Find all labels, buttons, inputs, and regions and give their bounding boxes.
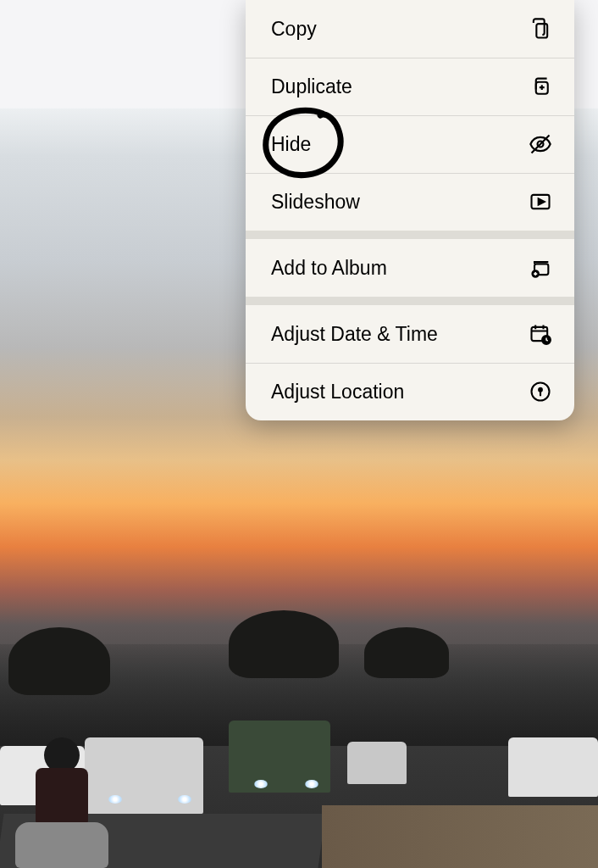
rider-body-graphic bbox=[36, 768, 88, 827]
copy-icon bbox=[529, 17, 552, 41]
vehicle-graphic bbox=[508, 737, 598, 797]
svg-point-13 bbox=[539, 388, 542, 392]
menu-separator bbox=[246, 297, 574, 305]
menu-item-adjust-date-time[interactable]: Adjust Date & Time bbox=[246, 305, 574, 363]
menu-separator bbox=[246, 231, 574, 239]
hide-icon bbox=[529, 132, 552, 156]
vehicle-graphic bbox=[347, 742, 407, 784]
svg-rect-0 bbox=[536, 24, 547, 37]
tree-graphic bbox=[8, 627, 110, 695]
headlight-graphic bbox=[108, 795, 122, 804]
context-menu: Copy Duplicate Hide Sli bbox=[246, 0, 574, 420]
menu-item-label: Copy bbox=[271, 18, 317, 41]
dirt-graphic bbox=[322, 805, 598, 868]
menu-item-label: Adjust Location bbox=[271, 381, 404, 403]
headlight-graphic bbox=[254, 780, 268, 788]
menu-item-duplicate[interactable]: Duplicate bbox=[246, 58, 574, 115]
headlight-graphic bbox=[305, 780, 318, 788]
scooter-graphic bbox=[15, 822, 108, 868]
add-to-album-icon bbox=[529, 256, 552, 280]
adjust-date-icon bbox=[529, 322, 552, 346]
duplicate-icon bbox=[529, 75, 552, 98]
headlight-graphic bbox=[178, 795, 191, 804]
menu-item-label: Slideshow bbox=[271, 191, 360, 214]
menu-item-copy[interactable]: Copy bbox=[246, 0, 574, 58]
adjust-location-icon bbox=[529, 380, 552, 403]
menu-item-label: Duplicate bbox=[271, 75, 352, 98]
menu-item-slideshow[interactable]: Slideshow bbox=[246, 173, 574, 231]
menu-item-label: Adjust Date & Time bbox=[271, 323, 438, 346]
menu-item-hide[interactable]: Hide bbox=[246, 115, 574, 173]
menu-item-adjust-location[interactable]: Adjust Location bbox=[246, 363, 574, 420]
tree-graphic bbox=[229, 610, 339, 678]
slideshow-icon bbox=[529, 190, 552, 214]
tree-graphic bbox=[364, 627, 449, 678]
menu-item-label: Add to Album bbox=[271, 257, 387, 280]
menu-item-label: Hide bbox=[271, 133, 311, 156]
menu-item-add-to-album[interactable]: Add to Album bbox=[246, 239, 574, 297]
